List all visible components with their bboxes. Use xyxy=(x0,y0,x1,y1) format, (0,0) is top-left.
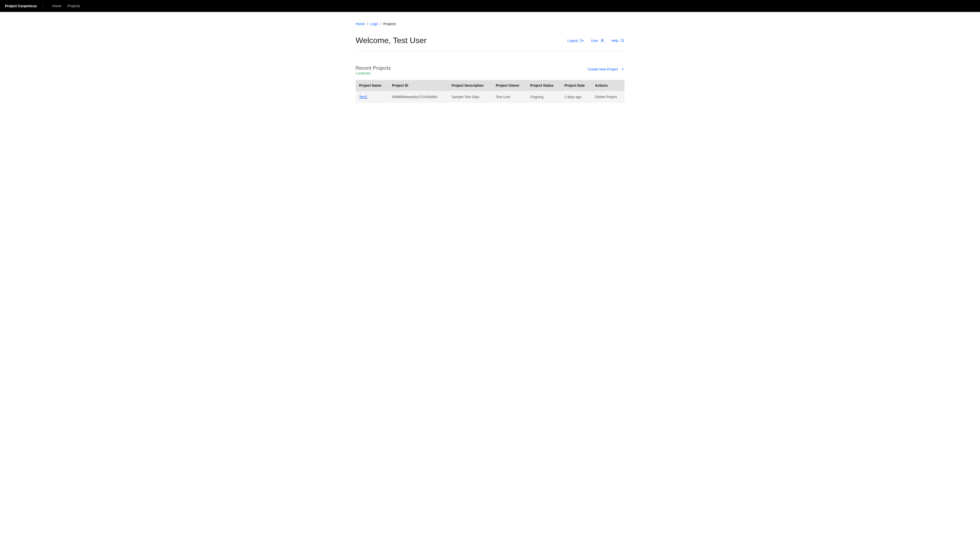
project-owner-cell: Test User xyxy=(493,91,527,103)
project-id-cell: 6388f9b6eaee8c3724339db0 xyxy=(389,91,449,103)
svg-point-1 xyxy=(621,39,624,42)
create-project-label: Create New Project xyxy=(588,67,618,71)
svg-point-0 xyxy=(601,39,603,41)
header-actions: Logout User Help xyxy=(567,38,624,43)
user-icon xyxy=(600,38,605,43)
help-button[interactable]: Help xyxy=(611,38,625,43)
user-label: User xyxy=(591,38,598,43)
breadcrumb-sep: / xyxy=(367,22,368,26)
logout-label: Logout xyxy=(567,38,578,43)
brand-title: Project Corpenicus xyxy=(5,4,43,8)
section-title: Recent Projects xyxy=(356,65,391,71)
th-id: Project ID xyxy=(389,80,449,91)
breadcrumb: Home / Login / Projects xyxy=(356,12,625,26)
logout-icon xyxy=(580,38,584,43)
th-owner: Project Owner xyxy=(493,80,527,91)
project-date-cell: 2 days ago xyxy=(561,91,592,103)
projects-table: Project Name Project ID Project Descript… xyxy=(356,80,625,103)
breadcrumb-home[interactable]: Home xyxy=(356,22,365,26)
project-name-link[interactable]: Test1 xyxy=(359,95,368,99)
th-date: Project Date xyxy=(561,80,592,91)
nav-link-home[interactable]: Home xyxy=(49,4,64,8)
th-actions: Actions xyxy=(592,80,624,91)
plus-icon xyxy=(620,67,625,71)
table-header-row: Project Name Project ID Project Descript… xyxy=(356,80,625,91)
breadcrumb-current: Projects xyxy=(383,22,396,26)
logout-button[interactable]: Logout xyxy=(567,38,584,43)
header-row: Welcome, Test User Logout User Help xyxy=(356,36,625,51)
section-count: 1 project(s) xyxy=(356,72,391,75)
page-title: Welcome, Test User xyxy=(356,36,426,45)
table-row: Test1 6388f9b6eaee8c3724339db0 Sample Te… xyxy=(356,91,625,103)
section-title-block: Recent Projects 1 project(s) xyxy=(356,65,391,75)
top-nav: Project Corpenicus Home Projects xyxy=(0,0,980,12)
th-name: Project Name xyxy=(356,80,389,91)
projects-table-wrap: Project Name Project ID Project Descript… xyxy=(356,80,625,103)
th-status: Project Status xyxy=(527,80,561,91)
section-header: Recent Projects 1 project(s) Create New … xyxy=(356,65,625,75)
create-project-button[interactable]: Create New Project xyxy=(588,67,624,71)
project-description-cell: Sample Test Data xyxy=(449,91,493,103)
delete-project-button[interactable]: Delete Project xyxy=(595,95,617,99)
help-label: Help xyxy=(611,38,619,43)
nav-link-projects[interactable]: Projects xyxy=(64,4,83,8)
project-status-cell: Ongoing xyxy=(527,91,561,103)
breadcrumb-login[interactable]: Login xyxy=(370,22,379,26)
help-icon xyxy=(620,38,625,43)
th-description: Project Description xyxy=(449,80,493,91)
breadcrumb-sep: / xyxy=(380,22,381,26)
user-button[interactable]: User xyxy=(591,38,605,43)
